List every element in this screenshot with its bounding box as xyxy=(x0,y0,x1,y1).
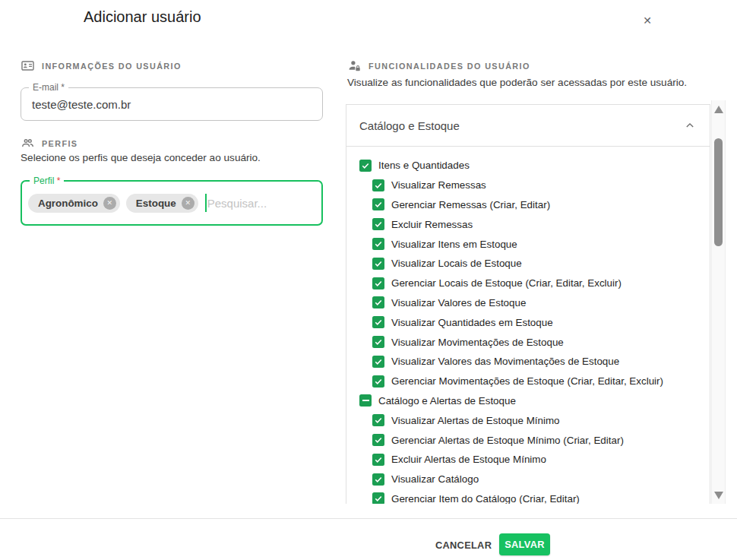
selected-profiles: Agronômico ✕ Estoque ✕ xyxy=(28,194,198,213)
profile-select-field[interactable]: Perfil * Agronômico ✕ Estoque ✕ Pesquisa… xyxy=(21,180,323,226)
feature-label: Visualizar Quantidades em Estoque xyxy=(391,317,553,328)
feature-row: Visualizar Alertas de Estoque Mínimo xyxy=(346,410,710,430)
email-field-value: teste@teste.com.br xyxy=(32,98,131,111)
scrollbar-thumb[interactable] xyxy=(714,138,723,246)
feature-row: Visualizar Valores de Estoque xyxy=(346,293,710,313)
feature-label: Visualizar Catálogo xyxy=(391,473,479,485)
profiles-helper-text: Selecione os perfis que deseja conceder … xyxy=(21,152,261,163)
feature-label: Visualizar Locais de Estoque xyxy=(391,258,522,269)
email-field[interactable]: E-mail * teste@teste.com.br xyxy=(21,87,323,121)
feature-label: Visualizar Remessas xyxy=(391,179,486,191)
feature-label: Visualizar Movimentações de Estoque xyxy=(391,337,564,348)
feature-row: Visualizar Valores das Movimentações de … xyxy=(346,352,710,372)
feature-label: Gerenciar Movimentações de Estoque (Cria… xyxy=(391,375,663,387)
feature-row: Itens e Quantidades xyxy=(346,156,710,176)
feature-group-header[interactable]: Catálogo e Estoque xyxy=(346,105,710,147)
close-icon[interactable]: ✕ xyxy=(639,12,656,29)
features-helper-text: Visualize as funcionalidades que poderão… xyxy=(347,77,687,88)
feature-row: Gerenciar Movimentações de Estoque (Cria… xyxy=(346,372,710,391)
save-button[interactable]: SALVAR xyxy=(499,533,550,555)
feature-row: Visualizar Remessas xyxy=(346,176,710,195)
checkbox-icon[interactable] xyxy=(372,375,384,388)
checkbox-icon[interactable] xyxy=(372,179,384,191)
cancel-button[interactable]: CANCELAR xyxy=(428,534,499,556)
checkbox-icon[interactable] xyxy=(372,258,384,270)
feature-row: Excluir Alertas de Estoque Mínimo xyxy=(346,450,710,470)
features-section-header: FUNCIONALIDADES DO USUÁRIO xyxy=(347,59,530,73)
scrollbar[interactable] xyxy=(711,100,726,504)
user-info-section-title: INFORMAÇÕES DO USUÁRIO xyxy=(42,62,182,71)
profile-search-input[interactable]: Pesquisar... xyxy=(207,197,267,210)
circle-x-icon[interactable]: ✕ xyxy=(103,197,116,210)
checkbox-icon[interactable] xyxy=(372,492,384,504)
feature-row: Excluir Remessas xyxy=(346,214,710,234)
feature-row: Gerenciar Item do Catálogo (Criar, Edita… xyxy=(346,489,710,504)
text-cursor xyxy=(205,194,207,212)
checkbox-icon[interactable] xyxy=(372,316,384,328)
checkbox-icon[interactable] xyxy=(372,277,384,289)
feature-row: Visualizar Catálogo xyxy=(346,470,710,489)
profile-chip-label: Agronômico xyxy=(38,198,98,209)
features-panel: Catálogo e Estoque Itens e Quantidades V… xyxy=(346,104,710,504)
feature-label: Gerenciar Locais de Estoque (Criar, Edit… xyxy=(391,277,622,289)
profile-field-label: Perfil * xyxy=(30,176,64,186)
feature-row: Gerenciar Remessas (Criar, Editar) xyxy=(346,195,710,215)
profiles-section-header: PERFIS xyxy=(21,136,77,150)
footer-divider xyxy=(0,518,737,519)
feature-row: Gerenciar Alertas de Estoque Mínimo (Cri… xyxy=(346,430,710,450)
checkbox-icon[interactable] xyxy=(372,296,384,308)
checkbox-icon[interactable] xyxy=(359,394,372,407)
feature-row: Visualizar Quantidades em Estoque xyxy=(346,312,710,332)
user-info-section-header: INFORMAÇÕES DO USUÁRIO xyxy=(21,59,182,73)
contact-card-icon xyxy=(21,59,35,73)
feature-row: Visualizar Itens em Estoque xyxy=(346,234,710,254)
feature-row: Visualizar Movimentações de Estoque xyxy=(346,332,710,352)
feature-label: Gerenciar Item do Catálogo (Criar, Edita… xyxy=(391,493,580,504)
scroll-up-arrow-icon[interactable] xyxy=(714,106,723,113)
feature-label: Excluir Remessas xyxy=(391,219,473,230)
feature-row: Visualizar Locais de Estoque xyxy=(346,254,710,274)
checkbox-icon[interactable] xyxy=(372,454,384,466)
people-icon xyxy=(21,136,35,150)
features-section-title: FUNCIONALIDADES DO USUÁRIO xyxy=(368,62,530,71)
checkbox-icon[interactable] xyxy=(372,356,384,368)
checkbox-icon[interactable] xyxy=(372,414,384,426)
feature-label: Visualizar Itens em Estoque xyxy=(391,239,517,250)
feature-group-title: Catálogo e Estoque xyxy=(359,119,460,132)
circle-x-icon[interactable]: ✕ xyxy=(182,197,195,210)
profile-chip[interactable]: Agronômico ✕ xyxy=(28,194,120,213)
feature-label: Excluir Alertas de Estoque Mínimo xyxy=(391,454,546,465)
checkbox-icon[interactable] xyxy=(372,473,384,486)
feature-label: Visualizar Valores das Movimentações de … xyxy=(391,356,619,367)
person-lock-icon xyxy=(347,59,362,73)
feature-label: Catálogo e Alertas de Estoque xyxy=(378,395,516,407)
chevron-up-icon[interactable] xyxy=(682,118,697,133)
profile-chip[interactable]: Estoque ✕ xyxy=(126,194,198,213)
feature-row: Gerenciar Locais de Estoque (Criar, Edit… xyxy=(346,274,710,293)
feature-label: Visualizar Valores de Estoque xyxy=(391,297,526,308)
feature-label: Gerenciar Alertas de Estoque Mínimo (Cri… xyxy=(391,435,624,446)
checkbox-icon[interactable] xyxy=(372,218,384,230)
profiles-section-title: PERFIS xyxy=(42,139,77,148)
feature-label: Gerenciar Remessas (Criar, Editar) xyxy=(391,199,550,210)
feature-row: Catálogo e Alertas de Estoque xyxy=(346,391,710,411)
feature-list: Itens e Quantidades Visualizar Remessas … xyxy=(346,147,710,504)
checkbox-icon[interactable] xyxy=(359,160,372,172)
scroll-down-arrow-icon[interactable] xyxy=(714,492,723,499)
profile-chip-label: Estoque xyxy=(136,198,176,209)
checkbox-icon[interactable] xyxy=(372,434,384,446)
feature-label: Visualizar Alertas de Estoque Mínimo xyxy=(391,415,560,426)
checkbox-icon[interactable] xyxy=(372,238,384,250)
checkbox-icon[interactable] xyxy=(372,336,384,348)
feature-label: Itens e Quantidades xyxy=(378,160,470,171)
page-title: Adicionar usuário xyxy=(84,8,201,26)
email-field-label: E-mail * xyxy=(29,83,68,93)
checkbox-icon[interactable] xyxy=(372,198,384,210)
